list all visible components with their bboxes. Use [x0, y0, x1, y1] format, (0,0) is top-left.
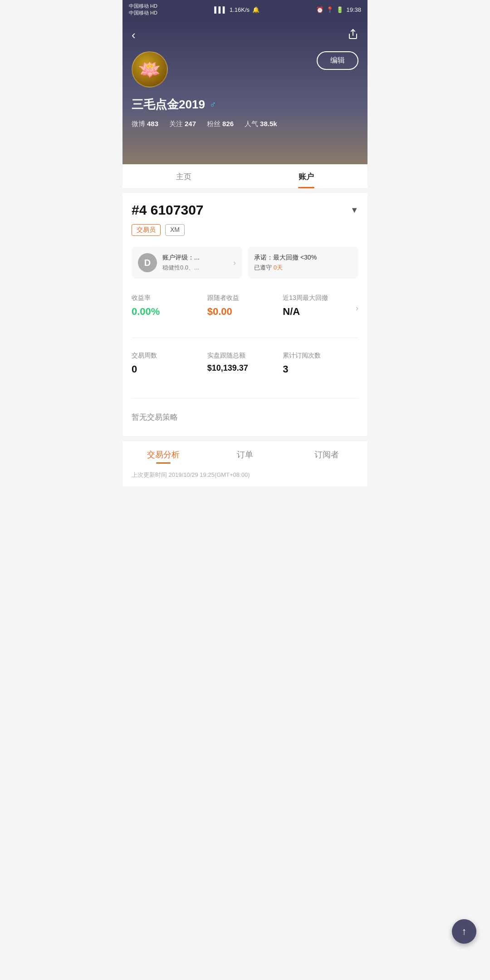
account-id: #4 6107307	[132, 202, 204, 218]
metric-follower-profit-value: $0.00	[207, 306, 283, 318]
profile-row: 🪷 编辑	[132, 51, 358, 88]
metric-subscriptions-value: 3	[283, 363, 358, 375]
broker-badge: XM	[165, 224, 185, 236]
metric-trade-weeks-value: 0	[132, 363, 207, 375]
carrier-info: 中国移动 HD 中国移动 HD	[129, 3, 157, 16]
divider-1	[132, 338, 358, 338]
tabs: 主页 账户	[122, 164, 368, 189]
tab-subscribers[interactable]: 订阅者	[286, 441, 368, 466]
metrics-grid-2: 交易周数 0 实盘跟随总额 $10,139.37 累计订阅次数 3	[132, 347, 358, 384]
username-row: 三毛点金2019 ♂	[132, 97, 358, 113]
trader-badge: 交易员	[132, 224, 161, 236]
profile-header: ‹ 🪷 编辑 三毛点金2019 ♂ 微博 483 关注 247 粉丝 826	[122, 19, 368, 164]
promise-days: 0天	[274, 264, 283, 271]
metric-follow-amount-value: $10,139.37	[207, 363, 283, 373]
header-nav: ‹	[132, 28, 358, 42]
avatar: 🪷	[132, 51, 168, 88]
username: 三毛点金2019	[132, 97, 205, 113]
promise-card-content: 承诺：最大回撤 <30% 已遵守 0天	[254, 254, 352, 272]
back-button[interactable]: ‹	[132, 28, 136, 42]
edit-button[interactable]: 编辑	[317, 51, 358, 70]
dropdown-arrow-icon[interactable]: ▼	[350, 206, 358, 215]
gender-icon: ♂	[210, 99, 216, 110]
metrics-chevron-icon[interactable]: ›	[356, 304, 358, 313]
badge-row: 交易员 XM	[132, 224, 358, 236]
promise-title: 承诺：最大回撤 <30%	[254, 254, 352, 262]
tab-orders[interactable]: 订单	[204, 441, 286, 466]
metric-follow-amount: 实盘跟随总额 $10,139.37	[207, 347, 283, 384]
bottom-tab-row: 交易分析 订单 订阅者	[122, 441, 368, 466]
promise-value: 已遵守 0天	[254, 264, 352, 272]
rating-letter: D	[138, 253, 157, 272]
stat-popularity: 人气 38.5k	[245, 120, 277, 128]
account-header: #4 6107307 ▼	[132, 202, 358, 218]
metric-max-drawdown: 近13周最大回撤 N/A	[283, 289, 358, 327]
rating-card[interactable]: D 账户评级：... 稳健性0.0、... ›	[132, 247, 242, 279]
metric-subscriptions: 累计订阅次数 3	[283, 347, 358, 384]
tab-account[interactable]: 账户	[245, 164, 368, 188]
metrics-grid-1: 收益率 0.00% 跟随者收益 $0.00 近13周最大回撤 N/A ›	[132, 289, 358, 327]
stat-fans: 粉丝 826	[207, 120, 234, 128]
stats-row: 微博 483 关注 247 粉丝 826 人气 38.5k	[132, 120, 358, 128]
rating-sub: 稳健性0.0、...	[162, 264, 228, 272]
metric-follower-profit: 跟随者收益 $0.00	[207, 289, 283, 327]
divider-2	[132, 398, 358, 398]
update-info: 上次更新时间 2019/10/29 19:25(GMT+08:00)	[122, 466, 368, 486]
no-strategy-text: 暂无交易策略	[132, 407, 358, 436]
network-speed: ▌▌▌ 1.16K/s 🔔	[214, 6, 260, 13]
status-right: ⏰ 📍 🔋 19:38	[316, 6, 361, 13]
metric-trade-weeks: 交易周数 0	[132, 347, 207, 384]
stat-following: 关注 247	[169, 120, 196, 128]
info-cards: D 账户评级：... 稳健性0.0、... › 承诺：最大回撤 <30% 已遵守…	[132, 247, 358, 279]
main-content: #4 6107307 ▼ 交易员 XM D 账户评级：... 稳健性0.0、..…	[122, 193, 368, 436]
metric-profit-rate-value: 0.00%	[132, 306, 207, 318]
rating-title: 账户评级：...	[162, 254, 228, 262]
bottom-tabs: 交易分析 订单 订阅者	[122, 441, 368, 466]
metric-max-drawdown-value: N/A	[283, 306, 358, 318]
rating-chevron-icon: ›	[233, 258, 236, 268]
status-bar: 中国移动 HD 中国移动 HD ▌▌▌ 1.16K/s 🔔 ⏰ 📍 🔋 19:3…	[122, 0, 368, 19]
tab-trade-analysis[interactable]: 交易分析	[122, 441, 204, 466]
stat-weibo: 微博 483	[132, 120, 158, 128]
tab-home[interactable]: 主页	[122, 164, 245, 188]
share-button[interactable]	[348, 29, 358, 42]
rating-card-content: 账户评级：... 稳健性0.0、...	[162, 254, 228, 272]
metric-profit-rate: 收益率 0.00%	[132, 289, 207, 327]
promise-card: 承诺：最大回撤 <30% 已遵守 0天	[248, 247, 358, 279]
